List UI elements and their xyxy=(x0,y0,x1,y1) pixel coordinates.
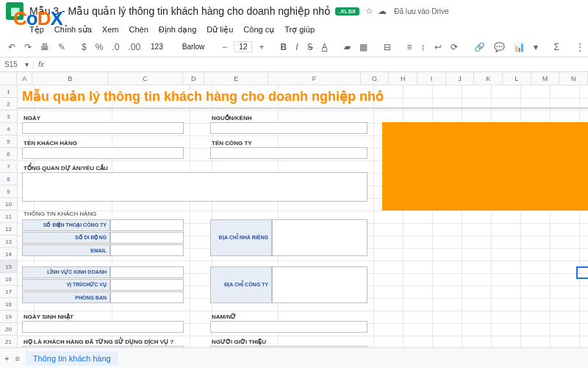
decimal-inc-icon[interactable]: .00 xyxy=(126,40,143,54)
row-head-7[interactable]: 7 xyxy=(0,160,17,173)
col-head-A[interactable]: A xyxy=(17,72,32,85)
sheet-tab-active[interactable]: Thông tin khách hàng xyxy=(26,351,118,366)
row-head-1[interactable]: 1 xyxy=(0,85,17,98)
input-so-di-dong[interactable] xyxy=(110,232,184,244)
row-head-3[interactable]: 3 xyxy=(0,110,17,123)
col-head-D[interactable]: D xyxy=(183,72,204,85)
paint-format-icon[interactable]: ✎ xyxy=(56,40,68,54)
all-sheets-icon[interactable]: ≡ xyxy=(15,354,19,363)
percent-icon[interactable]: % xyxy=(93,40,106,54)
input-so-dt-cty[interactable] xyxy=(110,219,184,231)
col-head-N[interactable]: N xyxy=(559,72,588,85)
row-head-6[interactable]: 6 xyxy=(0,148,17,160)
input-dia-chi-nha[interactable] xyxy=(272,219,368,256)
menu-help[interactable]: Trợ giúp xyxy=(284,25,315,35)
col-head-E[interactable]: E xyxy=(204,72,268,85)
row-head-8[interactable]: 8 xyxy=(0,173,17,185)
col-head-F[interactable]: F xyxy=(268,72,361,85)
row-head-5[interactable]: 5 xyxy=(0,135,17,148)
more-icon[interactable]: ⋮ xyxy=(573,40,587,54)
functions-icon[interactable]: Σ xyxy=(552,40,562,54)
valign-icon[interactable]: ↕ xyxy=(419,40,428,54)
fx-icon: fx xyxy=(34,60,49,68)
input-ten-cty[interactable] xyxy=(210,147,368,159)
strike-icon[interactable]: S̶ xyxy=(305,40,315,54)
fontsize-dec-icon[interactable]: − xyxy=(220,40,229,54)
label-nguon-kenh: NGUỒN/KÊNH xyxy=(212,115,251,121)
link-icon[interactable]: 🔗 xyxy=(472,40,487,54)
col-head-C[interactable]: C xyxy=(108,72,183,85)
row-head-2[interactable]: 2 xyxy=(0,98,17,110)
fill-color-icon[interactable]: ▰ xyxy=(342,40,353,54)
decimal-dec-icon[interactable]: .0 xyxy=(110,40,121,54)
row-head-15[interactable]: 15 xyxy=(0,261,17,273)
halign-icon[interactable]: ≡ xyxy=(405,40,415,54)
menu-insert[interactable]: Chèn xyxy=(129,25,148,34)
star-icon[interactable]: ☆ xyxy=(365,6,373,16)
menubar: Tệp Chỉnh sửa Xem Chèn Định dạng Dữ liệu… xyxy=(0,22,588,37)
input-email[interactable] xyxy=(110,244,184,256)
text-color-icon[interactable]: A xyxy=(320,40,330,54)
input-phong-ban[interactable] xyxy=(110,291,184,303)
wrap-icon[interactable]: ↩ xyxy=(432,40,444,54)
sheet-area[interactable]: Mẫu quản lý thông tin khách hàng cho doa… xyxy=(18,85,588,361)
row-head-11[interactable]: 11 xyxy=(0,210,17,223)
input-ten-kh[interactable] xyxy=(22,147,184,159)
menu-data[interactable]: Dữ liệu xyxy=(207,25,233,35)
fontsize-inc-icon[interactable]: + xyxy=(257,40,266,54)
currency-icon[interactable]: $ xyxy=(79,40,89,54)
menu-tools[interactable]: Công cụ xyxy=(243,25,274,35)
row-head-18[interactable]: 18 xyxy=(0,298,17,311)
row-head-10[interactable]: 10 xyxy=(0,198,17,210)
row-head-13[interactable]: 13 xyxy=(0,236,17,248)
cloud-icon[interactable]: ☁ xyxy=(378,6,387,16)
col-head-M[interactable]: M xyxy=(531,72,560,85)
row-head-17[interactable]: 17 xyxy=(0,286,17,298)
filter-icon[interactable]: ▾ xyxy=(531,40,540,54)
borders-icon[interactable]: ▦ xyxy=(357,40,370,54)
col-head-G[interactable]: G xyxy=(361,72,390,85)
col-head-I[interactable]: I xyxy=(417,72,446,85)
input-linh-vuc[interactable] xyxy=(110,266,184,278)
input-tong-quan[interactable] xyxy=(22,172,368,202)
chart-icon[interactable]: 📊 xyxy=(512,40,527,54)
row-head-9[interactable]: 9 xyxy=(0,185,17,198)
row-head-4[interactable]: 4 xyxy=(0,123,17,135)
comment-icon[interactable]: 💬 xyxy=(492,40,507,54)
fontsize-input[interactable]: 12 xyxy=(234,41,252,52)
print-icon[interactable]: 🖶 xyxy=(38,40,51,54)
col-head-L[interactable]: L xyxy=(503,72,531,85)
input-dia-chi-cty[interactable] xyxy=(272,266,368,303)
zoom-select[interactable]: 123 xyxy=(147,41,167,52)
bold-icon[interactable]: B xyxy=(278,40,289,54)
font-select[interactable]: Barlow xyxy=(179,41,209,52)
col-head-J[interactable]: J xyxy=(446,72,475,85)
menu-view[interactable]: Xem xyxy=(102,25,119,34)
add-sheet-icon[interactable]: + xyxy=(4,354,9,363)
col-head-K[interactable]: K xyxy=(474,72,503,85)
row-head-12[interactable]: 12 xyxy=(0,223,17,236)
row-head-19[interactable]: 19 xyxy=(0,311,17,323)
italic-icon[interactable]: I xyxy=(293,40,300,54)
col-head-H[interactable]: H xyxy=(389,72,417,85)
codx-logo: CoDX xyxy=(13,7,62,30)
document-title[interactable]: Mẫu 3 - Mẫu quản lý thông tin khách hàng… xyxy=(29,5,331,17)
row-head-20[interactable]: 20 xyxy=(0,323,17,336)
input-nguon-kenh[interactable] xyxy=(210,122,368,134)
input-ngay[interactable] xyxy=(22,122,184,134)
input-ngay-sinh[interactable] xyxy=(22,321,184,333)
row-head-21[interactable]: 21 xyxy=(0,336,17,348)
menu-format[interactable]: Định dạng xyxy=(159,25,197,35)
input-vi-tri[interactable] xyxy=(110,279,184,291)
redo-icon[interactable]: ↷ xyxy=(22,40,34,54)
rotate-icon[interactable]: ⟳ xyxy=(448,40,460,54)
undo-icon[interactable]: ↶ xyxy=(6,40,18,54)
row-head-16[interactable]: 16 xyxy=(0,273,17,286)
merge-icon[interactable]: ⊟ xyxy=(381,40,393,54)
label-tong-quan: TỔNG QUAN DỰ ÁN/YÊU CẦU xyxy=(24,165,108,171)
col-head-B[interactable]: B xyxy=(32,72,107,85)
input-nam-nu[interactable] xyxy=(210,321,368,333)
row-head-14[interactable]: 14 xyxy=(0,248,17,261)
name-box[interactable]: S15▾ xyxy=(0,60,34,68)
selected-cell[interactable] xyxy=(576,266,588,279)
